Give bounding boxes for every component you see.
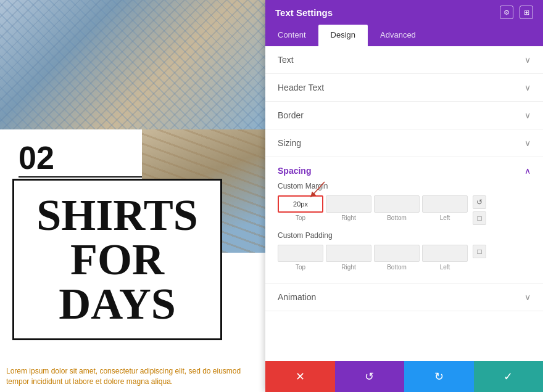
jeans-texture — [0, 0, 265, 129]
padding-left-label: Left — [440, 264, 450, 271]
margin-top-input[interactable]: 20px — [278, 195, 323, 213]
padding-icons: □ — [473, 245, 486, 258]
padding-device-btn[interactable]: □ — [473, 245, 486, 258]
tab-advanced[interactable]: Advanced — [368, 25, 428, 46]
margin-top-label: Top — [296, 214, 305, 221]
shirts-box: SHIRTS FOR DAYS — [12, 179, 222, 340]
margin-top-group: 20px Top — [278, 195, 323, 221]
margin-right-label: Right — [341, 214, 355, 221]
margin-right-input[interactable] — [326, 195, 371, 213]
chevron-text: ∨ — [524, 55, 531, 65]
header-icons: ⚙ ⊞ — [500, 6, 533, 19]
grid-icon: ⊞ — [524, 9, 529, 17]
device-icon: □ — [477, 214, 481, 223]
webpage-preview: 02 SHIRTS FOR DAYS Lorem ipsum dolor sit… — [0, 0, 265, 392]
margin-bottom-input[interactable] — [374, 195, 420, 213]
padding-bottom-group: Bottom — [374, 245, 420, 271]
reset-icon: ↺ — [476, 198, 483, 206]
section-animation[interactable]: Animation ∨ — [265, 284, 543, 311]
section-sizing[interactable]: Sizing ∨ — [265, 129, 543, 157]
section-spacing-label: Spacing — [278, 166, 311, 176]
settings-panel: Text Settings ⚙ ⊞ Content Design Advance… — [265, 0, 543, 392]
settings-icon-btn[interactable]: ⚙ — [500, 6, 513, 19]
tab-content[interactable]: Content — [265, 25, 318, 46]
confirm-icon: ✓ — [504, 370, 513, 383]
padding-section: Custom Padding Top Right Bot — [278, 231, 531, 273]
spacing-content: Custom Margin 20px Top — [265, 182, 543, 284]
margin-icons: ↺ □ — [473, 195, 486, 225]
redo-icon: ↻ — [434, 370, 444, 383]
section-animation-label: Animation — [278, 292, 316, 302]
margin-device-btn[interactable]: □ — [473, 211, 486, 225]
padding-top-label: Top — [296, 264, 305, 271]
margin-right-group: Right — [326, 195, 371, 221]
big-number: 02 — [19, 142, 54, 174]
padding-bottom-input[interactable] — [374, 245, 420, 262]
margin-left-label: Left — [440, 214, 450, 221]
chevron-header-text: ∨ — [524, 83, 531, 92]
undo-button[interactable]: ↺ — [335, 361, 405, 392]
tab-design[interactable]: Design — [318, 25, 368, 46]
lorem-text: Lorem ipsum dolor sit amet, consectetur … — [6, 366, 265, 387]
grid-icon-btn[interactable]: ⊞ — [520, 6, 533, 19]
section-sizing-label: Sizing — [278, 138, 301, 148]
cancel-button[interactable]: ✕ — [265, 361, 335, 392]
undo-icon: ↺ — [365, 370, 374, 383]
padding-right-input[interactable] — [326, 245, 371, 262]
padding-right-group: Right — [326, 245, 371, 271]
tabs-bar: Content Design Advanced — [265, 25, 543, 46]
section-border[interactable]: Border ∨ — [265, 102, 543, 129]
margin-bottom-label: Bottom — [387, 214, 407, 221]
settings-icon: ⚙ — [504, 9, 510, 17]
cancel-icon: ✕ — [296, 370, 305, 383]
padding-fields: Top Right Bottom Left — [278, 245, 468, 271]
jeans-background — [0, 0, 265, 129]
section-text-label: Text — [278, 55, 294, 65]
section-text[interactable]: Text ∨ — [265, 46, 543, 74]
padding-device-icon: □ — [477, 247, 481, 256]
redo-button[interactable]: ↻ — [404, 361, 474, 392]
margin-reset-btn[interactable]: ↺ — [473, 195, 486, 209]
custom-padding-title: Custom Padding — [278, 231, 531, 240]
padding-bottom-label: Bottom — [387, 264, 407, 271]
chevron-spacing: ∧ — [524, 166, 531, 176]
padding-left-input[interactable] — [422, 245, 468, 262]
panel-header: Text Settings ⚙ ⊞ — [265, 0, 543, 25]
confirm-button[interactable]: ✓ — [474, 361, 544, 392]
shirts-text: SHIRTS FOR DAYS — [36, 193, 198, 326]
padding-left-group: Left — [422, 245, 468, 271]
chevron-animation: ∨ — [524, 292, 531, 302]
chevron-border: ∨ — [524, 110, 531, 120]
number-line — [19, 176, 154, 178]
padding-top-group: Top — [278, 245, 323, 271]
section-border-label: Border — [278, 110, 304, 120]
panel-title: Text Settings — [275, 7, 333, 18]
arrow-indicator — [306, 182, 331, 198]
section-header-text[interactable]: Header Text ∨ — [265, 74, 543, 102]
panel-body: Text ∨ Header Text ∨ Border ∨ Sizing ∨ S… — [265, 46, 543, 361]
section-spacing[interactable]: Spacing ∧ — [265, 157, 543, 179]
margin-left-group: Left — [422, 195, 468, 221]
margin-left-input[interactable] — [422, 195, 468, 213]
padding-right-label: Right — [341, 264, 355, 271]
margin-bottom-group: Bottom — [374, 195, 420, 221]
section-header-text-label: Header Text — [278, 83, 324, 92]
bottom-toolbar: ✕ ↺ ↻ ✓ — [265, 361, 543, 392]
margin-fields: 20px Top Right Bottom Left — [278, 195, 468, 221]
chevron-sizing: ∨ — [524, 138, 531, 148]
padding-top-input[interactable] — [278, 245, 323, 262]
